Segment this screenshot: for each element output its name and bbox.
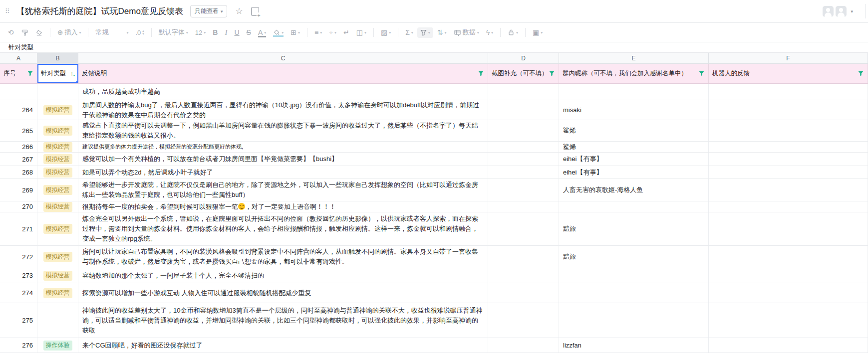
cell-nickname[interactable]: lizzfan xyxy=(559,338,709,353)
cell-serial[interactable]: 271 xyxy=(0,212,37,245)
cell-nickname[interactable]: 鲨烯 xyxy=(559,142,709,152)
filter-funnel-icon[interactable] xyxy=(478,71,484,76)
cell-category[interactable]: 模拟经营 xyxy=(37,201,78,212)
cell-category[interactable]: 模拟经营 xyxy=(37,120,78,141)
header-cell-bot-feedback[interactable]: 机器人的反馈 xyxy=(709,64,868,83)
cell-category[interactable]: 模拟经营 xyxy=(37,212,78,245)
number-format-select[interactable]: 常规▾ xyxy=(92,26,131,39)
column-letter-f[interactable]: F xyxy=(709,53,868,63)
sort-button[interactable]: ⇅▾ xyxy=(434,26,450,38)
vertical-align-button[interactable]: ÷▾ xyxy=(326,26,339,38)
cell-bot-feedback[interactable] xyxy=(709,268,868,283)
header-cell-screenshot[interactable]: 截图补充（可不填） xyxy=(488,64,559,83)
cell-bot-feedback[interactable] xyxy=(709,166,868,178)
underline-button[interactable]: U xyxy=(231,26,242,38)
cell-screenshot[interactable] xyxy=(488,246,559,268)
cell-feedback[interactable]: 感觉可以加一个有关种植的，可以放在前台或者刀妹房间里面【毕竟做菜需要】【bush… xyxy=(78,153,488,166)
cell-feedback[interactable]: 感觉占卜直接的平衡可以去调整一下，例如黑山羊加房间容量在钱的膨胀状态下暴一波房间… xyxy=(78,120,488,141)
header-cell-feedback[interactable]: 反馈说明 xyxy=(78,64,488,83)
cell-screenshot[interactable] xyxy=(488,120,559,141)
cell-serial[interactable]: 276 xyxy=(0,338,37,353)
cell-category[interactable]: 模拟经营 xyxy=(37,246,78,268)
star-icon[interactable]: ☆ xyxy=(235,7,243,15)
cell-nickname[interactable]: misaki xyxy=(559,100,709,120)
cell-feedback[interactable]: 加房间人数的神谕太bug了，最后人数直接近两百，显得有的神谕（10块.jpg）没… xyxy=(78,100,488,120)
italic-button[interactable]: I xyxy=(222,26,230,39)
header-cell-nickname[interactable]: 群内昵称（可不填，我们会加入感谢名单中） xyxy=(559,64,709,83)
cell-nickname[interactable]: 黯旅 xyxy=(559,212,709,245)
cell-bot-feedback[interactable] xyxy=(709,142,868,152)
cell-nickname[interactable]: 鲨烯 xyxy=(559,120,709,141)
column-letter-a[interactable]: A xyxy=(0,53,37,63)
cell-nickname[interactable]: 黯旅 xyxy=(559,246,709,268)
cell-nickname[interactable] xyxy=(559,268,709,283)
cell-category[interactable]: 模拟经营 xyxy=(37,142,78,152)
automation-button[interactable]: ϟ▾ xyxy=(483,26,496,38)
merge-cells-button[interactable]: ◫▾ xyxy=(353,26,369,38)
data-validation-button[interactable]: 数据▾ xyxy=(451,26,482,39)
cell-category[interactable]: 模拟经营 xyxy=(37,179,78,201)
cell-screenshot[interactable] xyxy=(488,166,559,178)
text-wrap-button[interactable]: ↵ xyxy=(340,26,352,38)
cell-bot-feedback[interactable] xyxy=(709,303,868,338)
cell-serial[interactable]: 265 xyxy=(0,120,37,141)
header-cell-serial[interactable]: 序号 xyxy=(0,64,37,83)
cell-serial[interactable]: 266 xyxy=(0,142,37,152)
bold-button[interactable]: B xyxy=(210,26,221,38)
cell-serial[interactable]: 270 xyxy=(0,201,37,212)
cell-bot-feedback[interactable] xyxy=(709,338,868,353)
cell-bot-feedback[interactable] xyxy=(709,212,868,245)
cell-serial[interactable]: 269 xyxy=(0,179,37,201)
cell-serial[interactable]: 275 xyxy=(0,303,37,338)
sort-ascending-icon[interactable]: ↑▪ xyxy=(70,70,75,78)
insert-button[interactable]: ⊕ 插入▾ xyxy=(54,26,84,39)
cell-screenshot[interactable] xyxy=(488,303,559,338)
cell-nickname[interactable]: 人畜无害的哀歌姬-海格人鱼 xyxy=(559,179,709,201)
cell-feedback[interactable]: 如果可以弄个动态2d，然后调戏小叶子就好了 xyxy=(78,166,488,178)
cell-serial[interactable]: 274 xyxy=(0,283,37,303)
cell-serial[interactable]: 268 xyxy=(0,166,37,178)
cell-feedback[interactable]: 来个CG回顾吧，好看的图还没保存就过了 xyxy=(78,338,488,353)
cell-screenshot[interactable] xyxy=(488,153,559,166)
cell-serial[interactable]: 273 xyxy=(0,268,37,283)
insert-image-button[interactable]: ▨▾ xyxy=(378,26,394,38)
cell-feedback[interactable]: 希望能够进一步开发庭院，让庭院不仅仅是刷自己的地方，除了资源地之外，可以加入一些… xyxy=(78,179,488,201)
fill-color-button[interactable]: ▾ xyxy=(270,27,287,38)
cell-nickname[interactable]: eihei【有事】 xyxy=(559,153,709,166)
column-letter-d[interactable]: D xyxy=(488,53,559,63)
decrease-decimal-icon[interactable]: ▾ xyxy=(142,32,144,35)
filter-funnel-icon[interactable] xyxy=(699,71,704,76)
cell-bot-feedback[interactable] xyxy=(709,179,868,201)
filter-funnel-icon[interactable] xyxy=(858,71,864,76)
cell-nickname[interactable]: eihei【有事】 xyxy=(559,166,709,178)
cell-screenshot[interactable] xyxy=(488,201,559,212)
cell-feedback[interactable]: 成功，品质越高成功率越高 xyxy=(78,84,488,100)
collaborators-chevron-icon[interactable]: ▾ xyxy=(851,9,853,14)
cell-category[interactable]: 操作体验 xyxy=(37,338,78,353)
cell-category[interactable]: 模拟经营 xyxy=(37,283,78,303)
formula-bar[interactable]: 针对类型 xyxy=(0,42,868,53)
collaborator-avatar[interactable] xyxy=(823,6,834,17)
font-family-select[interactable]: 默认字体▾ xyxy=(156,26,191,39)
cell-bot-feedback[interactable] xyxy=(709,153,868,166)
cell-nickname[interactable] xyxy=(559,283,709,303)
strikethrough-button[interactable]: S xyxy=(244,26,254,38)
cell-serial[interactable]: 267 xyxy=(0,153,37,166)
cell-feedback[interactable]: 容纳数增加的那个太强了，一间屋子装十个人，完全不够清扫的 xyxy=(78,268,488,283)
cell-serial[interactable]: 264 xyxy=(0,100,37,120)
view-only-badge[interactable]: 只能查看 ▾ xyxy=(190,5,228,17)
cell-screenshot[interactable] xyxy=(488,268,559,283)
app-grid-icon[interactable]: ⠿ xyxy=(5,7,9,15)
cell-feedback[interactable]: 建议提供更多的体力提升途径，模拟经营的资源分配能更好的体现, xyxy=(78,142,488,152)
cell-screenshot[interactable] xyxy=(488,212,559,245)
cell-feedback[interactable]: 房间可以让玩家自己布置家具啊，不同的装潢风格会吸引到背景设定中不同阵营的客人，从… xyxy=(78,246,488,268)
cell-bot-feedback[interactable] xyxy=(709,100,868,120)
cell-bot-feedback[interactable] xyxy=(709,283,868,303)
filter-funnel-icon[interactable] xyxy=(27,71,33,76)
format-painter-button[interactable] xyxy=(18,27,31,38)
column-letter-c[interactable]: C xyxy=(78,53,488,63)
cell-serial[interactable]: 272 xyxy=(0,246,37,268)
cell-feedback[interactable]: 很期待每年一度的拍卖会，希望到时候可以狠狠宰一笔，对了一定要加上语音啊！！！ xyxy=(78,201,488,212)
cell-category[interactable] xyxy=(37,84,78,100)
cell-category[interactable]: 模拟经营 xyxy=(37,268,78,283)
